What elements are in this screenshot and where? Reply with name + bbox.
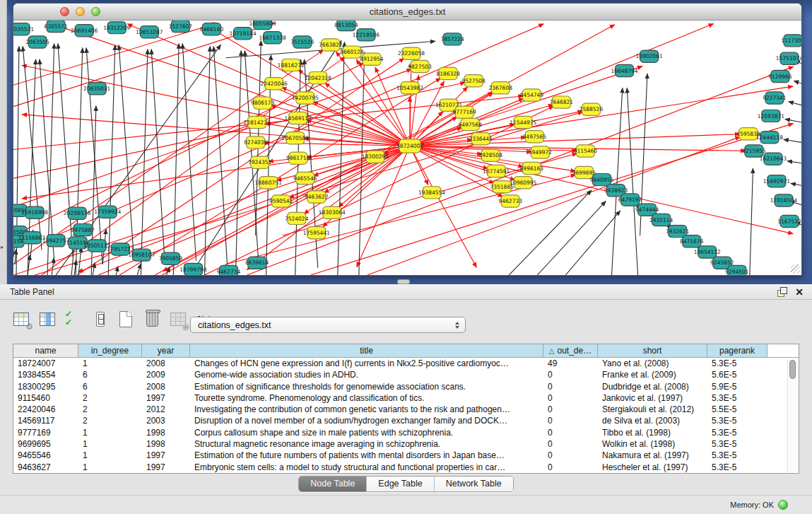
table-row[interactable]: 911546021997Tourette syndrome. Phenomeno… (13, 392, 799, 404)
column-header-short[interactable]: short (598, 344, 707, 357)
table-selector-dropdown[interactable]: citations_edges.txt (190, 317, 466, 333)
graph-edge[interactable] (108, 45, 115, 275)
graph-edge[interactable] (750, 168, 753, 275)
network-window-titlebar[interactable]: citations_edges.txt (13, 4, 801, 21)
cell-year: 1998 (142, 438, 190, 450)
cell-title: Embryonic stem cells: a model to study s… (190, 462, 543, 473)
graph-edge[interactable] (204, 47, 210, 275)
minimize-window-icon[interactable] (76, 7, 85, 16)
graph-edge[interactable] (791, 183, 801, 185)
cell-name: 22420046 (13, 404, 78, 415)
tab-edge-table[interactable]: Edge Table (366, 477, 433, 491)
column-visibility-icon[interactable] (39, 310, 57, 329)
graph-node-label: 15692971 (763, 178, 790, 185)
close-window-icon[interactable] (60, 7, 69, 16)
graph-edge[interactable] (336, 52, 410, 146)
graph-edge[interactable] (40, 59, 54, 264)
splitter-handle[interactable] (397, 279, 410, 284)
cell-in_degree: 1 (78, 450, 142, 461)
column-header-name[interactable]: name (13, 344, 78, 357)
graph-edge[interactable] (789, 102, 801, 105)
graph-edge[interactable] (338, 42, 345, 275)
row-selection-icon[interactable]: ✓✓ (65, 310, 83, 329)
column-header-pagerank[interactable]: pagerank (707, 344, 767, 357)
graph-edge[interactable] (410, 146, 793, 233)
graph-node-label: 11156863 (18, 235, 45, 241)
graph-edge[interactable] (137, 264, 141, 275)
network-canvas[interactable]: 1403557120635056305571206914061831220910… (13, 21, 801, 275)
cell-short: Yano et al. (2008) (598, 358, 707, 369)
graph-edge[interactable] (784, 139, 801, 142)
cell-name: 19384554 (13, 369, 78, 380)
graph-edge[interactable] (785, 119, 801, 122)
graph-edge[interactable] (162, 92, 493, 275)
cell-short: Stergiakouli et al. (2012) (598, 404, 707, 415)
column-header-title[interactable]: title (190, 344, 543, 357)
table-tabs: Node TableEdge TableNetwork Table (298, 476, 513, 492)
table-row[interactable]: 1456911722003Disruption of a novel membe… (13, 415, 799, 426)
graph-edge[interactable] (163, 146, 410, 271)
table-row[interactable]: 946554611997Estimation of the future num… (13, 450, 799, 461)
graph-edge[interactable] (182, 43, 196, 260)
graph-edge[interactable] (787, 161, 801, 163)
graph-edge[interactable] (311, 124, 794, 275)
graph-node-label: 2063505 (25, 39, 49, 45)
graph-edge[interactable] (119, 78, 441, 275)
graph-edge[interactable] (13, 69, 412, 207)
cell-name: 9777169 (13, 427, 78, 438)
table-row[interactable]: 1938455462009Genome-wide association stu… (13, 369, 799, 380)
column-header-year[interactable]: year (142, 344, 190, 357)
table-row[interactable]: 1830029562008Estimation of significance … (13, 381, 799, 392)
column-header-label: year (158, 346, 174, 356)
cell-in_degree: 1 (78, 462, 142, 473)
graph-edge[interactable] (245, 51, 258, 261)
graph-edge[interactable] (15, 249, 16, 264)
cell-pagerank: 5.3E-5 (707, 438, 767, 450)
column-header-in_degree[interactable]: in_degree (78, 344, 142, 357)
memory-status-icon[interactable] (778, 500, 788, 510)
window-resize-grip[interactable] (791, 264, 800, 274)
left-collapse-strip[interactable]: ▸ (0, 0, 7, 284)
graph-node-label: 6305571 (44, 23, 68, 30)
graph-node-label: 16210643 (760, 156, 787, 162)
graph-edge[interactable] (537, 201, 606, 275)
close-panel-icon[interactable]: ✕ (795, 287, 804, 297)
new-table-icon[interactable] (117, 310, 136, 329)
graph-node-label: 1117305 (781, 37, 801, 44)
graph-edge[interactable] (22, 146, 410, 198)
scrollbar-thumb[interactable] (789, 360, 796, 379)
graph-node-label: 1167532 (777, 218, 801, 225)
table-settings-icon[interactable]: ⚙ (13, 310, 31, 329)
cell-out_degree: 0 (543, 392, 598, 404)
tab-node-table[interactable]: Node Table (299, 477, 366, 491)
graph-edge[interactable] (151, 49, 165, 264)
cell-title: Structural magnetic resonance image aver… (190, 438, 543, 450)
float-panel-icon[interactable] (777, 287, 787, 296)
node-table: namein_degreeyeartitle△out_de…shortpager… (13, 344, 799, 474)
delete-table-icon[interactable] (143, 310, 162, 329)
graph-edge[interactable] (794, 81, 801, 83)
graph-edge[interactable] (627, 88, 637, 275)
network-graph[interactable]: 1403557120635056305571206914061831220910… (13, 21, 801, 275)
graph-edge[interactable] (357, 146, 410, 267)
graph-edge[interactable] (213, 47, 227, 264)
table-row[interactable]: 977716911998Corpus callosum shape and si… (13, 427, 799, 438)
vertical-scrollbar[interactable] (787, 358, 798, 472)
zoom-window-icon[interactable] (91, 7, 100, 16)
table-row[interactable]: 969969511998Structural magnetic resonanc… (13, 438, 799, 450)
table-row[interactable]: 1872400712008Changes of HCN gene express… (13, 358, 799, 369)
table-row[interactable]: 946362711997Embryonic stem cells: a mode… (13, 462, 799, 473)
graph-edge[interactable] (236, 51, 242, 275)
graph-edge[interactable] (367, 136, 741, 275)
collapse-arrow-icon[interactable]: ▸ (1, 245, 4, 250)
table-row[interactable]: 2242004622012Investigating the contribut… (13, 404, 799, 415)
graph-node-label: 2935114 (649, 217, 673, 223)
graph-edge[interactable] (119, 45, 134, 257)
cell-out_degree: 0 (543, 369, 598, 380)
column-header-out_degree[interactable]: △out_de… (543, 344, 598, 357)
graph-node-label: 11544975 (510, 119, 536, 126)
tab-network-table[interactable]: Network Table (434, 477, 513, 491)
rows-icon[interactable] (91, 310, 110, 329)
status-bar: Memory: OK (0, 495, 812, 514)
graph-node-label: 8215955 (742, 148, 766, 154)
